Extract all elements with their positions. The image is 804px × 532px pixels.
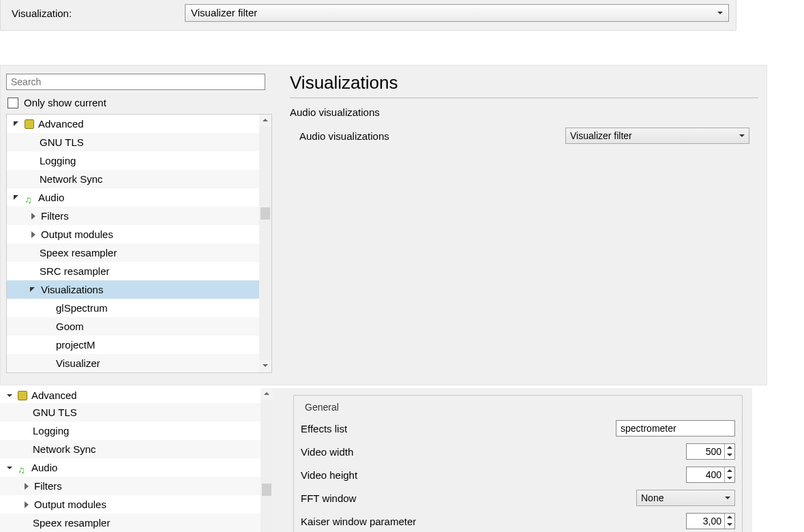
music-note-icon <box>25 193 34 203</box>
fft-window-combobox[interactable]: None <box>636 490 735 506</box>
search-input[interactable] <box>6 74 265 90</box>
section-label: Audio visualizations <box>290 106 758 118</box>
divider <box>290 98 758 98</box>
page-title: Visualizations <box>290 72 758 93</box>
tree-item-filters[interactable]: Filters <box>0 477 260 495</box>
spin-down-icon[interactable] <box>725 452 734 459</box>
tree-item-logging[interactable]: Logging <box>7 151 259 170</box>
tree-item-gnu-tls[interactable]: GNU TLS <box>7 133 259 151</box>
chevron-right-icon <box>23 482 31 490</box>
spin-up-icon[interactable] <box>725 467 734 475</box>
chip-icon <box>25 119 34 129</box>
music-note-icon <box>18 463 27 473</box>
visualization-label: Visualization: <box>8 8 185 19</box>
kaiser-label: Kaiser window parameter <box>301 516 686 527</box>
preferences-bottom: Advanced GNU TLS Logging Network Sync Au… <box>0 388 752 532</box>
tree-item-gnu-tls[interactable]: GNU TLS <box>0 403 260 422</box>
bottom-tree-scrollbar[interactable] <box>260 388 273 532</box>
tree-item-src[interactable]: SRC resampler <box>7 262 259 280</box>
chevron-down-icon <box>14 194 22 202</box>
visualization-value: Visualizer filter <box>191 7 257 18</box>
chip-icon <box>18 391 27 400</box>
general-fieldset: General Effects list Video width 500 Vid… <box>293 395 743 532</box>
category-tree: Advanced GNU TLS Logging Network Sync Au… <box>6 114 272 373</box>
tree-item-projectm[interactable]: projectM <box>7 336 259 354</box>
tree-item-output-modules[interactable]: Output modules <box>7 225 259 243</box>
scroll-down-button[interactable] <box>259 360 271 372</box>
video-height-label: Video height <box>301 469 686 481</box>
tree-item-advanced[interactable]: Advanced <box>7 115 259 133</box>
spin-down-icon[interactable] <box>725 475 734 482</box>
audio-visualizations-value: Visualizer filter <box>570 130 632 141</box>
chevron-down-icon <box>7 464 15 472</box>
bottom-tree-wrap: Advanced GNU TLS Logging Network Sync Au… <box>0 388 273 532</box>
fft-window-value: None <box>641 492 664 503</box>
scroll-thumb[interactable] <box>260 207 270 220</box>
chevron-down-icon <box>7 391 15 400</box>
tree-item-goom[interactable]: Goom <box>7 317 259 336</box>
tree-item-network-sync[interactable]: Network Sync <box>7 170 259 188</box>
tree-body[interactable]: Advanced GNU TLS Logging Network Sync Au… <box>7 115 259 372</box>
content-panel: Visualizations Audio visualizations Audi… <box>273 65 766 385</box>
tree-scrollbar[interactable] <box>259 115 271 372</box>
tree-item-speex[interactable]: Speex resampler <box>0 514 260 532</box>
fft-window-label: FFT window <box>301 492 636 504</box>
effects-list-label: Effects list <box>301 423 616 434</box>
scroll-thumb[interactable] <box>262 484 271 496</box>
tree-item-filters[interactable]: Filters <box>7 207 259 225</box>
only-show-current-checkbox[interactable] <box>8 98 18 108</box>
chevron-down-icon <box>30 286 38 294</box>
video-width-label: Video width <box>301 446 686 458</box>
left-column: Only show current Advanced GNU TLS Loggi… <box>1 65 273 385</box>
chevron-down-icon <box>14 120 22 128</box>
spin-up-icon[interactable] <box>725 444 734 452</box>
tree-item-audio[interactable]: Audio <box>7 188 259 207</box>
spin-up-icon[interactable] <box>725 514 734 521</box>
video-width-spinner[interactable]: 500 <box>686 443 735 460</box>
tree-item-visualizer[interactable]: Visualizer <box>7 354 259 372</box>
tree-item-glspectrum[interactable]: glSpectrum <box>7 299 259 317</box>
bottom-tree-body[interactable]: Advanced GNU TLS Logging Network Sync Au… <box>0 388 260 532</box>
tree-item-output-modules[interactable]: Output modules <box>0 495 260 514</box>
chevron-right-icon <box>23 501 31 509</box>
visualization-combobox[interactable]: Visualizer filter <box>185 4 729 22</box>
tree-item-audio[interactable]: Audio <box>0 458 260 477</box>
kaiser-value: 3,00 <box>687 516 724 527</box>
audio-visualizations-label: Audio visualizations <box>299 130 565 142</box>
audio-visualizations-combobox[interactable]: Visualizer filter <box>565 128 749 144</box>
kaiser-spinner[interactable]: 3,00 <box>686 513 735 529</box>
tree-item-network-sync[interactable]: Network Sync <box>0 440 260 458</box>
tree-item-visualizations[interactable]: Visualizations <box>7 280 259 299</box>
top-panel: Visualization: Visualizer filter <box>0 0 736 31</box>
effects-list-input[interactable] <box>616 420 735 437</box>
chevron-right-icon <box>30 212 38 220</box>
scroll-up-button[interactable] <box>259 115 271 127</box>
tree-item-speex[interactable]: Speex resampler <box>7 243 259 262</box>
preferences-mid: Only show current Advanced GNU TLS Loggi… <box>0 65 767 385</box>
chevron-right-icon <box>30 231 38 239</box>
tree-item-advanced[interactable]: Advanced <box>0 388 260 403</box>
video-height-spinner[interactable]: 400 <box>686 467 735 483</box>
spin-down-icon[interactable] <box>725 521 734 529</box>
general-legend: General <box>302 402 342 413</box>
general-panel: General Effects list Video width 500 Vid… <box>273 388 752 532</box>
tree-item-logging[interactable]: Logging <box>0 422 260 440</box>
only-show-current-label: Only show current <box>24 97 106 108</box>
video-width-value: 500 <box>687 446 724 457</box>
scroll-up-button[interactable] <box>260 388 273 400</box>
video-height-value: 400 <box>687 469 724 480</box>
